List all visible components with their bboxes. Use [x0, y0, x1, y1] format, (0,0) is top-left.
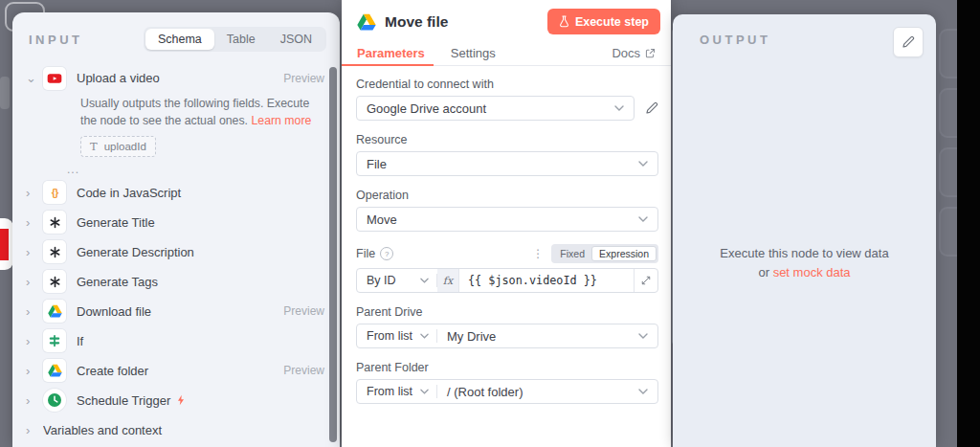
tab-parameters[interactable]: Parameters	[357, 46, 425, 60]
parent-drive-select[interactable]: My Drive	[437, 329, 657, 344]
schema-item-variables-and-context[interactable]: › Variables and context	[12, 415, 340, 445]
operation-value: Move	[367, 212, 397, 227]
chevron-right-icon[interactable]: ›	[26, 423, 43, 437]
schema-item-schedule-trigger[interactable]: › Schedule Trigger	[12, 386, 340, 415]
chevron-right-icon[interactable]: ›	[26, 304, 43, 319]
execute-step-label: Execute step	[575, 15, 649, 29]
parent-drive-mode-select[interactable]: From list	[357, 329, 437, 343]
more-fields-ellipsis[interactable]: ...	[67, 163, 340, 176]
schema-item-label: Generate Title	[77, 215, 324, 230]
input-panel: INPUT Schema Table JSON ⌄ Upload a video…	[12, 12, 340, 447]
output-empty-state: Execute this node to view data or set mo…	[673, 244, 936, 282]
edit-credential-pencil-icon[interactable]	[645, 101, 658, 115]
text-type-icon: T	[90, 140, 98, 153]
chevron-down-icon	[638, 216, 648, 222]
tab-table[interactable]: Table	[214, 29, 268, 50]
output-panel-title: OUTPUT	[700, 33, 770, 47]
chevron-down-icon[interactable]: ⌄	[26, 71, 43, 85]
google-drive-icon	[43, 300, 66, 323]
schema-item-label: Download file	[77, 304, 283, 319]
chevron-down-icon	[420, 389, 429, 394]
fixed-expression-toggle: Fixed Expression	[551, 244, 658, 263]
schema-item-generate-title[interactable]: › Generate Title	[12, 208, 340, 237]
parent-drive-mode-value: From list	[367, 329, 412, 343]
tab-settings[interactable]: Settings	[451, 46, 612, 60]
chevron-right-icon[interactable]: ›	[26, 393, 43, 408]
field-chip-uploadid[interactable]: T uploadId	[80, 136, 156, 157]
node-title[interactable]: Move file	[385, 13, 547, 31]
schema-item-label: If	[77, 334, 324, 348]
output-empty-text: Execute this node to view data	[673, 244, 936, 263]
node-settings-dialog: Move file Execute step Parameters Settin…	[342, 0, 671, 447]
input-panel-scrollbar[interactable]	[329, 67, 337, 442]
active-tab-underline	[342, 64, 434, 66]
options-dots-icon[interactable]: ⋮	[532, 247, 544, 260]
execute-step-button[interactable]: Execute step	[547, 9, 660, 34]
preview-badge: Preview	[283, 304, 324, 318]
chevron-right-icon[interactable]: ›	[26, 186, 43, 200]
schedule-trigger-icon	[43, 389, 66, 412]
parent-folder-row: From list / (Root folder)	[356, 379, 658, 404]
chevron-right-icon[interactable]: ›	[26, 364, 43, 378]
help-icon[interactable]: ?	[380, 247, 393, 260]
field-chip-label: uploadId	[104, 141, 146, 152]
file-expression-row: By ID fx {{ $json.videoId }}	[356, 268, 658, 293]
parent-folder-mode-value: From list	[367, 385, 412, 398]
preview-badge: Preview	[283, 364, 324, 377]
schema-item-download-file[interactable]: › Download file Preview	[12, 297, 340, 326]
chevron-right-icon[interactable]: ›	[26, 215, 43, 230]
set-mock-data-link[interactable]: set mock data	[773, 265, 851, 279]
youtube-icon	[43, 67, 66, 90]
toggle-expression[interactable]: Expression	[591, 246, 657, 261]
expression-input[interactable]: {{ $json.videoId }}	[459, 274, 634, 287]
resource-select[interactable]: File	[356, 151, 658, 176]
input-panel-title: INPUT	[29, 33, 83, 47]
schema-item-generate-tags[interactable]: › Generate Tags	[12, 267, 340, 297]
chevron-right-icon[interactable]: ›	[26, 275, 43, 289]
toggle-fixed[interactable]: Fixed	[553, 247, 591, 260]
parent-folder-label: Parent Folder	[356, 361, 658, 374]
openai-icon	[43, 270, 66, 293]
chevron-down-icon	[420, 333, 429, 339]
fx-badge: fx	[437, 269, 459, 292]
code-braces-icon: { }	[43, 181, 66, 204]
chevron-down-icon	[638, 389, 648, 394]
docs-link[interactable]: Docs	[612, 46, 656, 60]
schema-item-generate-description[interactable]: › Generate Description	[12, 237, 340, 267]
edit-output-button[interactable]	[893, 27, 924, 57]
if-icon	[43, 329, 66, 352]
docs-label: Docs	[612, 46, 640, 60]
parent-drive-value: My Drive	[447, 329, 496, 344]
schema-item-if[interactable]: › If	[12, 326, 340, 356]
credential-select[interactable]: Google Drive account	[356, 96, 635, 121]
openai-icon	[43, 211, 66, 234]
schema-item-upload-a-video[interactable]: ⌄ Upload a video Preview	[12, 63, 340, 93]
node-details-view: INPUT Schema Table JSON ⌄ Upload a video…	[0, 0, 980, 447]
tab-json[interactable]: JSON	[268, 29, 324, 50]
file-label: File	[356, 247, 375, 260]
chevron-right-icon[interactable]: ›	[26, 334, 43, 348]
parent-folder-select[interactable]: / (Root folder)	[437, 385, 657, 399]
google-drive-icon	[357, 13, 376, 31]
schema-item-code-in-javascript[interactable]: › { } Code in JavaScript	[12, 178, 340, 208]
operation-select[interactable]: Move	[356, 207, 658, 232]
open-expression-editor-icon[interactable]	[634, 269, 657, 292]
google-drive-icon	[43, 359, 66, 382]
parent-folder-mode-select[interactable]: From list	[357, 385, 437, 398]
file-mode-select[interactable]: By ID	[357, 274, 437, 287]
chevron-down-icon	[638, 161, 648, 167]
learn-more-link[interactable]: Learn more	[251, 114, 311, 127]
schema-item-create-folder[interactable]: › Create folder Preview	[12, 356, 340, 386]
schema-item-label: Generate Description	[77, 245, 324, 259]
schema-item-label: Upload a video	[77, 71, 283, 85]
schema-item-label: Code in JavaScript	[77, 186, 324, 200]
chevron-right-icon[interactable]: ›	[26, 245, 43, 259]
pencil-icon	[902, 35, 915, 49]
chevron-down-icon	[614, 105, 624, 111]
resource-label: Resource	[356, 133, 658, 146]
tab-schema[interactable]: Schema	[145, 29, 214, 50]
output-panel: OUTPUT Execute this node to view data or…	[673, 14, 936, 447]
credential-value: Google Drive account	[367, 101, 486, 116]
parent-folder-value: / (Root folder)	[447, 385, 523, 399]
parent-drive-row: From list My Drive	[356, 324, 658, 348]
